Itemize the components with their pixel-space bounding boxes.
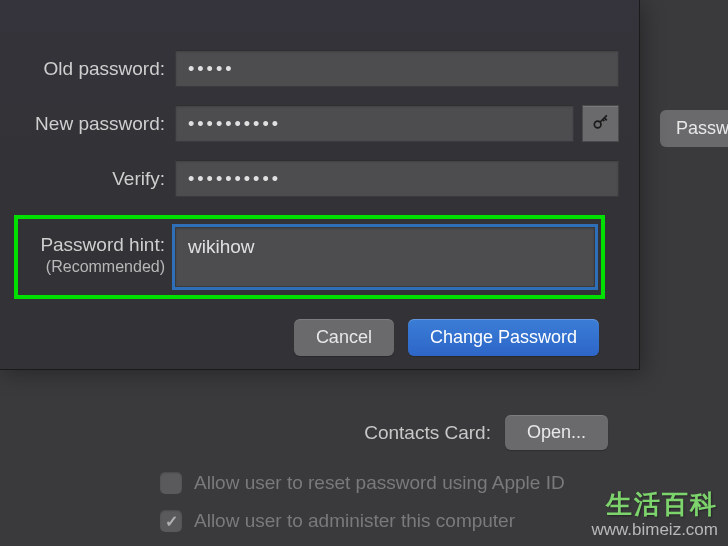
verify-row: Verify: [0,160,619,197]
verify-input[interactable] [175,160,619,197]
old-password-label: Old password: [0,58,175,80]
key-icon [591,112,611,136]
contacts-card-label: Contacts Card: [364,422,491,444]
hint-label-col: Password hint: (Recommended) [24,227,175,276]
password-assistant-button[interactable] [582,105,619,142]
new-password-row: New password: [0,105,619,142]
old-password-row: Old password: [0,50,619,87]
new-password-input[interactable] [175,105,574,142]
hint-input[interactable] [175,227,595,287]
allow-admin-checkbox[interactable] [160,510,182,532]
dialog-button-row: Cancel Change Password [0,299,619,356]
hint-sublabel: (Recommended) [24,258,165,276]
open-button[interactable]: Open... [505,415,608,450]
form-area: Old password: New password: [0,0,639,356]
hint-label: Password hint: [24,234,165,256]
old-password-input[interactable] [175,50,619,87]
change-password-button[interactable]: Change Password [408,319,599,356]
allow-reset-checkbox[interactable] [160,472,182,494]
allow-reset-label: Allow user to reset password using Apple… [194,472,565,494]
background-lower-panel: Contacts Card: Open... Allow user to res… [90,415,718,546]
allow-admin-row: Allow user to administer this computer [90,510,718,532]
password-hint-row: Password hint: (Recommended) [14,215,605,299]
cancel-button[interactable]: Cancel [294,319,394,356]
password-button-label: Password [676,118,728,139]
change-password-dialog: Old password: New password: [0,0,640,370]
contacts-card-row: Contacts Card: Open... [90,415,718,450]
password-button-bg[interactable]: Password [660,110,728,147]
allow-admin-label: Allow user to administer this computer [194,510,515,532]
new-password-label: New password: [0,113,175,135]
verify-label: Verify: [0,168,175,190]
svg-point-0 [594,121,601,128]
allow-reset-row: Allow user to reset password using Apple… [90,472,718,494]
